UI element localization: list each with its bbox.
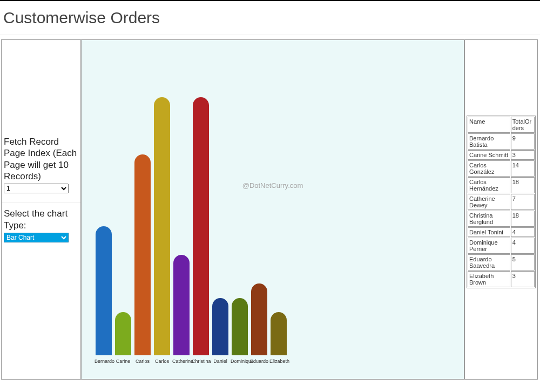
bar — [232, 298, 248, 355]
data-table-panel: Name TotalOrders Bernardo Batista9Carine… — [464, 39, 538, 380]
cell-total: 3 — [511, 271, 535, 287]
cell-total: 18 — [511, 211, 535, 227]
bar — [251, 283, 267, 355]
x-axis-label: Daniel — [211, 359, 230, 364]
col-header-name: Name — [468, 117, 510, 133]
table-row: Eduardo Saavedra5 — [468, 254, 535, 271]
bar-chart — [94, 97, 451, 355]
cell-total: 4 — [511, 227, 535, 237]
bar-slot — [114, 312, 132, 355]
x-axis-label: Carine — [114, 359, 132, 364]
table-row: Carine Schmitt3 — [468, 150, 535, 160]
x-axis-label: Bernardo — [94, 359, 113, 364]
bar — [193, 97, 209, 355]
cell-name: Catherine Dewey — [468, 194, 510, 210]
cell-name: Daniel Tonini — [468, 227, 510, 237]
cell-total: 14 — [511, 160, 535, 177]
bar — [212, 298, 228, 355]
cell-total: 5 — [511, 254, 535, 271]
bar — [173, 255, 190, 355]
bar-slot — [211, 298, 230, 355]
x-axis-label: Eduardo — [250, 359, 268, 364]
cell-total: 4 — [511, 238, 535, 254]
page-index-select[interactable]: 1 — [4, 184, 69, 193]
table-row: Bernardo Batista9 — [468, 133, 535, 150]
chart-panel: @DotNetCurry.com BernardoCarineCarlosCar… — [81, 39, 464, 380]
table-row: Elizabeth Brown3 — [468, 271, 535, 287]
bar — [115, 312, 131, 355]
x-axis-label: Christina — [192, 359, 210, 364]
cell-name: Christina Berglund — [468, 211, 510, 227]
bar — [134, 154, 151, 355]
chart-type-select[interactable]: Bar Chart — [4, 233, 69, 242]
bar-slot — [192, 97, 210, 355]
x-axis-label: Dominique — [231, 359, 249, 364]
chart-type-label: Select the chart Type: — [4, 208, 78, 231]
cell-total: 7 — [511, 194, 535, 210]
table-row: Daniel Tonini4 — [468, 227, 535, 237]
cell-total: 18 — [511, 177, 535, 193]
page-title: Customerwise Orders — [3, 9, 540, 27]
bar — [154, 97, 170, 355]
cell-name: Eduardo Saavedra — [468, 254, 510, 271]
bar-slot — [250, 283, 268, 355]
bar-slot — [94, 226, 113, 355]
page-index-label: Fetch Record Page Index (Each Page will … — [4, 136, 78, 182]
cell-name: Dominique Perrier — [468, 238, 510, 254]
bar — [96, 226, 112, 355]
table-row: Christina Berglund18 — [468, 211, 535, 227]
table-row: Dominique Perrier4 — [468, 238, 535, 254]
table-row: Carlos Hernández18 — [468, 177, 535, 193]
cell-total: 9 — [511, 133, 535, 150]
bar-slot — [172, 255, 191, 355]
controls-panel: Fetch Record Page Index (Each Page will … — [1, 39, 81, 380]
cell-name: Carlos González — [468, 160, 510, 177]
bar-slot — [153, 97, 171, 355]
cell-total: 3 — [511, 150, 535, 160]
x-axis-labels: BernardoCarineCarlosCarlosCatherineChris… — [94, 359, 288, 364]
orders-table: Name TotalOrders Bernardo Batista9Carine… — [467, 116, 536, 288]
bar-slot — [133, 154, 152, 355]
x-axis-label: Carlos — [153, 359, 171, 364]
cell-name: Carine Schmitt — [468, 150, 510, 160]
bar-slot — [269, 312, 288, 355]
cell-name: Carlos Hernández — [468, 177, 510, 193]
bar — [271, 312, 287, 355]
x-axis-label: Catherine — [172, 359, 191, 364]
cell-name: Bernardo Batista — [468, 133, 510, 150]
table-row: Catherine Dewey7 — [468, 194, 535, 210]
x-axis-label: Carlos — [133, 359, 152, 364]
bar-slot — [231, 298, 249, 355]
table-row: Carlos González14 — [468, 160, 535, 177]
cell-name: Elizabeth Brown — [468, 271, 510, 287]
col-header-total: TotalOrders — [511, 117, 535, 133]
x-axis-label: Elizabeth — [269, 359, 288, 364]
